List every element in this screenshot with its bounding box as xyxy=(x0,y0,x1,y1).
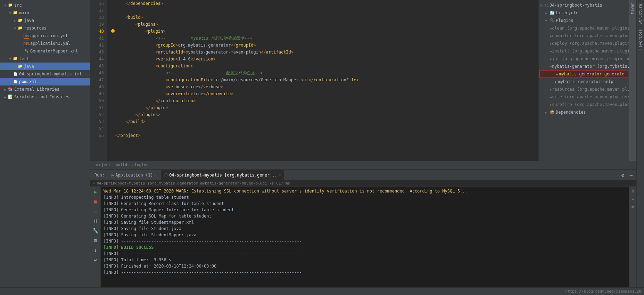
maven-item-mybatis-gen[interactable]: ▼ mybatis-generator (org.mybatis.generat… xyxy=(539,63,629,70)
maven-label-deploy: deploy (org.apache.maven.plugins:maven-.… xyxy=(552,41,629,46)
tree-item-main[interactable]: ▼ 📁 main xyxy=(0,9,90,17)
breadcrumb-item-plugins: plugins xyxy=(132,163,148,167)
scratch-icon: 📝 xyxy=(8,94,13,100)
maven-item-gen-generate[interactable]: ▶ mybatis-generator:generate xyxy=(539,70,628,78)
arrow-src: ▼ xyxy=(3,3,8,7)
tree-item-ext-lib[interactable]: ▶ 📚 External Libraries xyxy=(0,85,90,93)
maven-arrow: ▼ xyxy=(545,19,550,23)
tree-item-gen-xml[interactable]: 🔧 GeneratorMapper.xml xyxy=(0,47,90,55)
rerun-btn[interactable]: ↺ xyxy=(92,207,99,215)
tree-item-app1-yml[interactable]: YML application1.yml xyxy=(0,40,90,47)
tree-item-pom[interactable]: 📄 pom.xml xyxy=(0,78,90,85)
code-line: <overwrite>true</overwrite> xyxy=(111,90,538,97)
label-gen-xml: GeneratorMapper.xml xyxy=(30,49,78,54)
arrow-test-java: ▼ xyxy=(13,65,17,68)
config-btn[interactable]: 🔧 xyxy=(92,227,99,235)
code-line xyxy=(111,125,538,132)
bottom-tab-mybatis[interactable]: ⬡ 04-springboot-mybatis [org.mybatis.gen… xyxy=(161,170,284,180)
maven-item-lifecycle[interactable]: ▶ 🔄 Lifecycle xyxy=(539,9,629,17)
maven-item-root[interactable]: ▼ ⬡ 04-springboot-mybatis xyxy=(539,1,629,9)
maven-label-install: install (org.apache.maven.plugins:maven-… xyxy=(552,49,629,54)
code-line: <build> xyxy=(111,14,538,21)
label-ext-lib: External Libraries xyxy=(14,87,59,92)
bottom-tabs-bar: Run: ▶ Application (1) ✕ ⬡ 04-springboot… xyxy=(90,170,636,180)
run-path-bar: ✓ 04-springboot-mybatis [org.mybatis.gen… xyxy=(90,180,636,187)
tab-app-close[interactable]: ✕ xyxy=(155,173,157,177)
maven-vtab-area: Maven xyxy=(629,0,636,161)
tree-item-scratches[interactable]: ▶ 📝 Scratches and Consoles xyxy=(0,93,90,101)
maven-item-site[interactable]: ▶ site (org.apache.maven.plugins:maven-s… xyxy=(539,93,629,101)
wrap-btn[interactable]: ↩ xyxy=(92,256,99,264)
tree-item-java[interactable]: ▶ 📁 java xyxy=(0,17,90,24)
stop-btn[interactable]: ■ xyxy=(92,198,99,205)
settings-btn[interactable]: ⚙ xyxy=(619,171,627,179)
maven-item-install[interactable]: ▶ install (org.apache.maven.plugins:mave… xyxy=(539,47,629,55)
breadcrumb: project › build › plugins xyxy=(90,161,636,169)
maven-arrow: ▼ xyxy=(540,3,545,7)
code-line: <!-- mybatis 代码自动生成插件--> xyxy=(111,35,538,42)
tree-item-src[interactable]: ▼ 📁 src xyxy=(0,1,90,9)
console-line-warn: Wed Mar 18 12:24:00 CST 2020 WARN: Estab… xyxy=(104,188,626,194)
maven-item-deploy[interactable]: ▶ deploy (org.apache.maven.plugins:maven… xyxy=(539,40,629,47)
maven-vtab[interactable]: Maven xyxy=(629,0,636,16)
label-scratches: Scratches and Consoles xyxy=(14,95,69,99)
tab-mybatis-label: 04-springboot-mybatis [org.mybatis.gener… xyxy=(169,173,277,178)
tree-item-iml[interactable]: 📄 04-springboot-mybatis.iml xyxy=(0,70,90,78)
plugins-icon: 🔌 xyxy=(550,18,555,23)
maven-label-clean: clean (org.apache.maven.plugins:maven-c.… xyxy=(552,26,629,31)
console-output[interactable]: Wed Mar 18 12:24:00 CST 2020 WARN: Estab… xyxy=(101,187,629,287)
code-content[interactable]: </dependencies> <build> xyxy=(107,0,538,161)
yaml-icon: YML xyxy=(24,33,29,39)
bottom-left-toolbar: ▶ ■ ↺ ⏸ 🔧 ⊡ ↓ ↩ xyxy=(90,187,101,287)
tree-item-resources[interactable]: ▼ 📁 resources xyxy=(0,24,90,32)
code-line: <!-- 配置文件的位置--> xyxy=(111,69,538,76)
tree-item-test-java[interactable]: ▼ 📁 java xyxy=(0,63,90,70)
brv-btn3[interactable]: ⊞ xyxy=(630,203,636,210)
maven-item-dependencies[interactable]: ▶ 📦 Dependencies xyxy=(539,108,629,116)
check-icon: ✓ xyxy=(93,181,96,186)
tree-item-app-yml[interactable]: YML application.yml xyxy=(0,32,90,40)
maven-label-mybatis-gen: mybatis-generator (org.mybatis.generator… xyxy=(552,64,629,69)
goal-icon-generate: ▶ xyxy=(556,72,558,76)
arrow-java: ▶ xyxy=(13,19,17,23)
code-line: <version>1.4.0</version> xyxy=(111,56,538,63)
maven-item-clean[interactable]: ▶ clean (org.apache.maven.plugins:maven-… xyxy=(539,24,629,32)
run-btn[interactable]: ▶ xyxy=(92,188,99,196)
code-line: <artifactId>mybatis-generator-maven-plug… xyxy=(111,49,538,56)
iml-icon: 📄 xyxy=(13,71,18,77)
minimize-btn[interactable]: — xyxy=(627,171,635,179)
maven-item-resources[interactable]: ▶ resources (org.apache.maven.plugins:ma… xyxy=(539,85,629,93)
tree-item-test[interactable]: ▼ 📁 test xyxy=(0,55,90,63)
pom-icon: 📄 xyxy=(13,79,18,84)
brv-btn2[interactable]: ≡ xyxy=(630,196,636,202)
breadcrumb-item-project: project xyxy=(94,163,110,167)
maven-item-gen-help[interactable]: ▶ mybatis-generator:help xyxy=(539,78,629,85)
bottom-panel: Run: ▶ Application (1) ✕ ⬡ 04-springboot… xyxy=(90,169,636,287)
structure-vtab[interactable]: Structure xyxy=(637,1,644,27)
favorites-vtab[interactable]: Favorites xyxy=(637,27,644,52)
console-line-12: [INFO] ---------------------------------… xyxy=(104,269,626,276)
maven-item-surefire[interactable]: ▶ surefire (org.apache.maven.plugins:mav… xyxy=(539,101,629,108)
bottom-tab-app[interactable]: ▶ Application (1) ✕ xyxy=(108,170,160,180)
maven-label-plugins: Plugins xyxy=(556,18,573,23)
tab-mybatis-close[interactable]: ✕ xyxy=(279,173,281,177)
scroll-btn[interactable]: ↓ xyxy=(92,246,99,254)
maven-item-plugins[interactable]: ▼ 🔌 Plugins xyxy=(539,17,629,24)
run-icon: ▶ xyxy=(112,173,114,178)
console-line-10: [INFO] Total time: 3.356 s xyxy=(104,257,626,263)
label-iml: 04-springboot-mybatis.iml xyxy=(19,72,82,76)
yaml-icon2: YML xyxy=(24,41,29,46)
maven-item-compiler[interactable]: ▶ compiler (org.apache.maven.plugins:mav… xyxy=(539,32,629,40)
brv-btn1[interactable]: ⚙ xyxy=(630,188,636,194)
arrow-test: ▼ xyxy=(8,57,13,61)
code-editor[interactable]: 36373839 40 4142434445 4647484950 515253… xyxy=(90,0,538,161)
pause-btn[interactable]: ⏸ xyxy=(92,217,99,225)
folder-icon-src: 📁 xyxy=(8,2,13,8)
maven-item-jar[interactable]: ▶ jar (org.apache.maven.plugins:maven-ja… xyxy=(539,55,629,63)
run-path-text: 04-springboot-mybatis [org.mybatis.gener… xyxy=(97,181,290,186)
filter-btn[interactable]: ⊡ xyxy=(92,237,99,244)
maven-label-deps: Dependencies xyxy=(556,110,586,115)
xml-icon: 🔧 xyxy=(24,48,29,54)
editor-area: 36373839 40 4142434445 4647484950 515253… xyxy=(90,0,636,287)
code-line: <configurationFile>src/main/resources/Ge… xyxy=(111,76,538,83)
